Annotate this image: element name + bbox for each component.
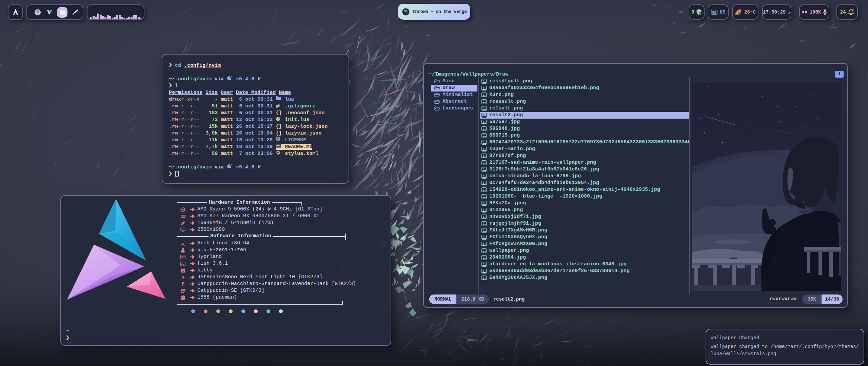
svg-text:A: A (181, 275, 185, 280)
